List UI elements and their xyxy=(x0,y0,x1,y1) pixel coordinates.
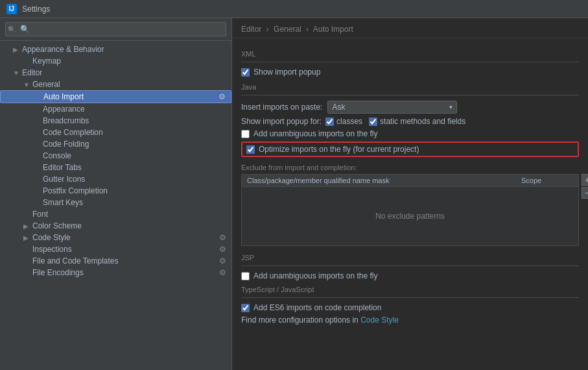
sidebar-item-label: Editor Tabs xyxy=(43,163,226,172)
typescript-section-label: TypeScript / JavaScript xyxy=(241,286,579,293)
jsp-divider xyxy=(241,265,579,266)
sidebar-item-gutter-icons[interactable]: Gutter Icons xyxy=(0,173,231,185)
sidebar-item-label: Smart Keys xyxy=(43,198,226,207)
add-unambiguous-java-row: Add unambiguous imports on the fly xyxy=(241,129,579,138)
breadcrumb-general: General xyxy=(274,25,301,34)
show-import-popup-row: Show import popup for: classes static me… xyxy=(241,117,579,126)
no-patterns-text: No exclude patterns xyxy=(375,212,445,221)
chevron-right-icon: ▶ xyxy=(23,223,32,230)
exclude-table-container: Class/package/member qualified name mask… xyxy=(241,174,579,246)
sidebar-item-file-encodings[interactable]: File Encodings ⚙ xyxy=(0,267,231,278)
typescript-divider xyxy=(241,297,579,298)
code-style-link[interactable]: Code Style xyxy=(360,315,399,325)
classes-label: classes xyxy=(336,117,362,126)
classes-checkbox[interactable] xyxy=(325,117,334,126)
static-methods-checkbox[interactable] xyxy=(369,117,377,126)
titlebar: IJ Settings xyxy=(0,0,588,18)
sidebar-item-label: Code Folding xyxy=(43,140,226,149)
classes-checkbox-pair: classes xyxy=(325,117,362,126)
jsp-section-label: JSP xyxy=(241,254,579,262)
search-box xyxy=(0,18,231,41)
sidebar-item-appearance[interactable]: Appearance xyxy=(0,103,231,115)
add-es6-label[interactable]: Add ES6 imports on code completion xyxy=(241,303,381,312)
sidebar-item-label: Appearance xyxy=(43,105,226,114)
sidebar-item-label: Inspections xyxy=(32,245,219,254)
jsp-add-unambiguous-text: Add unambiguous imports on the fly xyxy=(253,271,377,280)
sidebar-item-label: Keymap xyxy=(32,56,226,66)
settings-icon: ⚙ xyxy=(219,268,226,277)
xml-section-label: XML xyxy=(241,50,579,58)
main-layout: ▶ Appearance & Behavior Keymap ▼ Editor … xyxy=(0,18,588,370)
xml-show-import-text: Show import popup xyxy=(253,68,320,77)
settings-icon: ⚙ xyxy=(218,92,226,101)
sidebar-item-label: Font xyxy=(32,210,226,219)
jsp-add-unambiguous-row: Add unambiguous imports on the fly xyxy=(241,271,579,280)
sidebar-item-label: Editor xyxy=(22,68,226,77)
xml-divider xyxy=(241,62,579,62)
java-divider xyxy=(241,95,579,95)
optimize-imports-row: Optimize imports on the fly (for current… xyxy=(241,142,579,157)
sidebar-item-font[interactable]: Font xyxy=(0,208,231,220)
sidebar-item-inspections[interactable]: Inspections ⚙ xyxy=(0,243,231,255)
sidebar-item-label: General xyxy=(32,80,226,89)
insert-imports-select-wrap: Ask Always Never xyxy=(327,101,457,114)
exclude-section-label: Exclude from import and completion: xyxy=(241,164,579,171)
search-input[interactable] xyxy=(5,22,226,36)
sidebar-item-auto-import[interactable]: Auto Import ⚙ xyxy=(0,90,231,103)
col-scope-header: Scope xyxy=(521,177,573,184)
chevron-right-icon: ▶ xyxy=(13,46,22,53)
static-methods-label: static methods and fields xyxy=(380,117,465,126)
sidebar-item-code-style[interactable]: ▶ Code Style ⚙ xyxy=(0,232,231,243)
sidebar-item-editor-tabs[interactable]: Editor Tabs xyxy=(0,162,231,173)
sidebar-item-label: Code Completion xyxy=(43,128,226,137)
sidebar-item-code-folding[interactable]: Code Folding xyxy=(0,138,231,150)
breadcrumb-editor: Editor xyxy=(241,25,261,34)
add-es6-checkbox[interactable] xyxy=(241,304,250,312)
exclude-table: Class/package/member qualified name mask… xyxy=(241,174,579,246)
sidebar-item-label: Color Scheme xyxy=(32,221,226,230)
add-unambiguous-java-label[interactable]: Add unambiguous imports on the fly xyxy=(241,129,377,138)
sidebar-item-editor[interactable]: ▼ Editor xyxy=(0,67,231,79)
settings-icon: ⚙ xyxy=(219,256,226,265)
sidebar-item-general[interactable]: ▼ General xyxy=(0,79,231,90)
sidebar-item-console[interactable]: Console xyxy=(0,150,231,162)
settings-icon: ⚙ xyxy=(219,233,226,242)
add-pattern-button[interactable]: + xyxy=(582,174,588,186)
sidebar-item-label: Breadcrumbs xyxy=(43,116,226,125)
sidebar-item-keymap[interactable]: Keymap xyxy=(0,55,231,67)
sidebar-item-color-scheme[interactable]: ▶ Color Scheme xyxy=(0,220,231,232)
sidebar-item-postfix-completion[interactable]: Postfix Completion xyxy=(0,185,231,197)
settings-tree: ▶ Appearance & Behavior Keymap ▼ Editor … xyxy=(0,41,231,370)
add-es6-row: Add ES6 imports on code completion xyxy=(241,303,579,312)
jsp-add-unambiguous-checkbox[interactable] xyxy=(241,272,250,280)
jsp-section: JSP Add unambiguous imports on the fly xyxy=(241,254,579,280)
sidebar-item-label: Postfix Completion xyxy=(43,186,226,195)
jsp-add-unambiguous-label[interactable]: Add unambiguous imports on the fly xyxy=(241,271,377,280)
settings-icon: ⚙ xyxy=(219,245,226,254)
insert-imports-select[interactable]: Ask Always Never xyxy=(327,101,457,114)
sidebar-item-appearance-behavior[interactable]: ▶ Appearance & Behavior xyxy=(0,43,231,55)
sidebar-item-label: Gutter Icons xyxy=(43,175,226,184)
sidebar-item-label: Console xyxy=(43,151,226,160)
xml-show-import-checkbox[interactable] xyxy=(241,68,250,77)
breadcrumb: Editor › General › Auto Import xyxy=(232,18,588,38)
settings-panel: XML Show import popup Java Insert import… xyxy=(232,38,588,370)
sidebar-item-label: Code Style xyxy=(32,233,219,242)
chevron-right-icon: ▶ xyxy=(23,234,32,241)
sidebar-item-code-completion[interactable]: Code Completion xyxy=(0,127,231,138)
sidebar-item-file-code-templates[interactable]: File and Code Templates ⚙ xyxy=(0,255,231,267)
exclude-table-body: No exclude patterns xyxy=(242,187,578,245)
xml-show-import-row: Show import popup xyxy=(241,68,579,77)
exclude-section: Exclude from import and completion: Clas… xyxy=(241,164,579,246)
insert-imports-row: Insert imports on paste: Ask Always Neve… xyxy=(241,101,579,114)
sidebar-item-smart-keys[interactable]: Smart Keys xyxy=(0,197,231,208)
xml-show-import-label[interactable]: Show import popup xyxy=(241,68,320,77)
optimize-imports-checkbox[interactable] xyxy=(246,145,255,154)
sidebar-item-breadcrumbs[interactable]: Breadcrumbs xyxy=(0,115,231,127)
content-panel: Editor › General › Auto Import XML Show … xyxy=(232,18,588,370)
xml-section: XML Show import popup xyxy=(241,50,579,77)
sidebar-item-label: Auto Import xyxy=(43,92,218,101)
remove-pattern-button[interactable]: − xyxy=(582,187,588,199)
exclude-table-header: Class/package/member qualified name mask… xyxy=(242,175,578,187)
add-unambiguous-java-checkbox[interactable] xyxy=(241,130,250,138)
